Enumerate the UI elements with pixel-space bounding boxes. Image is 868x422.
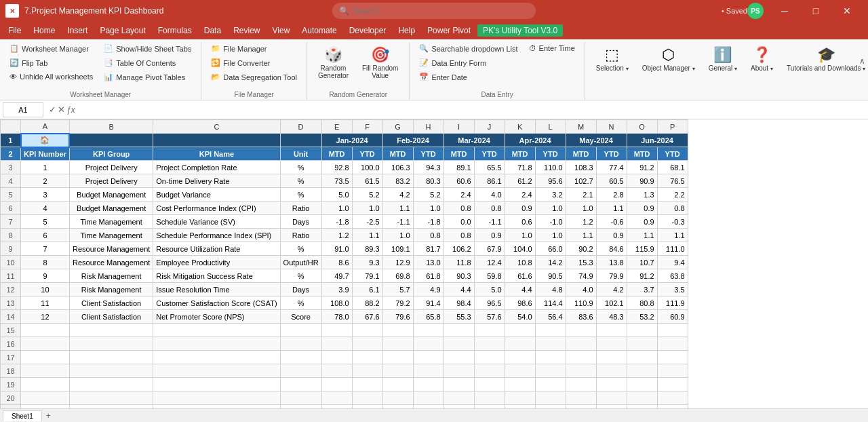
cell-p4[interactable]: 76.5 [657, 174, 688, 188]
cell-p2[interactable]: YTD [657, 147, 688, 161]
col-h[interactable]: H [413, 120, 443, 134]
cell-l9[interactable]: 66.0 [535, 242, 566, 256]
col-k[interactable]: K [505, 120, 535, 134]
cell-i3[interactable]: 89.1 [443, 161, 474, 174]
cell-f12[interactable]: 6.1 [352, 283, 382, 296]
fx-icon[interactable]: ƒx [66, 105, 75, 115]
cell-g8[interactable]: 1.0 [382, 229, 413, 242]
cell-k13[interactable]: 98.6 [505, 296, 535, 310]
cell-a2[interactable]: KPI Number [21, 147, 70, 161]
table-of-contents-btn[interactable]: 📑 Table Of Contents [100, 56, 195, 69]
cell-j13[interactable]: 96.5 [474, 296, 505, 310]
cell-k5[interactable]: 2.4 [505, 188, 535, 202]
cell-mar[interactable]: Mar-2024 [443, 134, 505, 147]
cell-o10[interactable]: 10.7 [627, 256, 657, 269]
cell-f3[interactable]: 100.0 [352, 161, 382, 174]
cell-p12[interactable]: 3.5 [657, 283, 688, 296]
cell-h10[interactable]: 13.0 [413, 256, 443, 269]
menu-review[interactable]: Review [228, 24, 265, 37]
cell-j2[interactable]: YTD [474, 147, 505, 161]
cell-l10[interactable]: 14.2 [535, 256, 566, 269]
cell-o6[interactable]: 0.9 [627, 202, 657, 215]
cell-d9[interactable]: % [280, 242, 321, 256]
sheet-tab-1[interactable]: Sheet1 [3, 410, 42, 421]
cell-e12[interactable]: 3.9 [321, 283, 352, 296]
cell-d8[interactable]: Ratio [280, 229, 321, 242]
cell-l5[interactable]: 3.2 [535, 188, 566, 202]
manage-pivot-btn[interactable]: 📊 Manage Pivot Tables [100, 71, 195, 83]
cell-i10[interactable]: 11.8 [443, 256, 474, 269]
cell-c5[interactable]: Budget Variance [153, 188, 280, 202]
cell-b12[interactable]: Risk Management [69, 283, 153, 296]
searchable-dropdown-btn[interactable]: 🔍 Searchable dropdown List [415, 42, 521, 55]
cell-o7[interactable]: 0.9 [627, 215, 657, 229]
cell-i4[interactable]: 60.6 [443, 174, 474, 188]
cell-a5[interactable]: 3 [21, 188, 70, 202]
cell-m4[interactable]: 102.7 [566, 174, 596, 188]
menu-power-pivot[interactable]: Power Pivot [422, 24, 476, 37]
cell-b1[interactable] [69, 134, 153, 147]
worksheet-manager-btn[interactable]: 📋 Worksheet Manager [5, 42, 97, 55]
cell-a4[interactable]: 2 [21, 174, 70, 188]
cell-l7[interactable]: -1.0 [535, 215, 566, 229]
cell-jun[interactable]: Jun-2024 [627, 134, 688, 147]
cell-i14[interactable]: 55.3 [443, 310, 474, 324]
cell-f11[interactable]: 79.1 [352, 269, 382, 283]
cell-o4[interactable]: 90.9 [627, 174, 657, 188]
cell-e5[interactable]: 5.0 [321, 188, 352, 202]
cell-i6[interactable]: 0.8 [443, 202, 474, 215]
menu-pk-tool[interactable]: PK's Utility Tool V3.0 [477, 24, 563, 37]
cell-l11[interactable]: 90.5 [535, 269, 566, 283]
cell-c2[interactable]: KPI Name [153, 147, 280, 161]
about-btn[interactable]: ❓ About ▾ [745, 42, 778, 76]
cell-a6[interactable]: 4 [21, 202, 70, 215]
cell-m11[interactable]: 74.9 [566, 269, 596, 283]
cell-feb[interactable]: Feb-2024 [382, 134, 443, 147]
cell-j3[interactable]: 65.5 [474, 161, 505, 174]
cell-j14[interactable]: 57.6 [474, 310, 505, 324]
cell-m8[interactable]: 1.1 [566, 229, 596, 242]
col-f[interactable]: F [352, 120, 382, 134]
cell-j4[interactable]: 86.1 [474, 174, 505, 188]
menu-developer[interactable]: Developer [344, 24, 392, 37]
cell-h11[interactable]: 61.8 [413, 269, 443, 283]
cell-j12[interactable]: 5.0 [474, 283, 505, 296]
cell-c8[interactable]: Schedule Performance Index (SPI) [153, 229, 280, 242]
cell-a10[interactable]: 8 [21, 256, 70, 269]
col-i[interactable]: I [443, 120, 474, 134]
col-e[interactable]: E [321, 120, 352, 134]
col-j[interactable]: J [474, 120, 505, 134]
cell-c6[interactable]: Cost Performance Index (CPI) [153, 202, 280, 215]
cell-n5[interactable]: 2.8 [596, 188, 627, 202]
col-d[interactable]: D [280, 120, 321, 134]
enter-time-btn[interactable]: ⏱ Enter Time [525, 42, 579, 54]
cell-m14[interactable]: 83.6 [566, 310, 596, 324]
cell-j6[interactable]: 0.8 [474, 202, 505, 215]
cell-j7[interactable]: -1.1 [474, 215, 505, 229]
cell-p7[interactable]: -0.3 [657, 215, 688, 229]
cell-d6[interactable]: Ratio [280, 202, 321, 215]
cell-p14[interactable]: 60.9 [657, 310, 688, 324]
checkmark-icon[interactable]: ✓ [49, 104, 56, 115]
cell-l2[interactable]: YTD [535, 147, 566, 161]
menu-file[interactable]: File [3, 24, 26, 37]
cell-f14[interactable]: 67.6 [352, 310, 382, 324]
col-m[interactable]: M [566, 120, 596, 134]
cell-k14[interactable]: 54.0 [505, 310, 535, 324]
cell-c11[interactable]: Risk Mitigation Success Rate [153, 269, 280, 283]
cell-a11[interactable]: 9 [21, 269, 70, 283]
cell-i2[interactable]: MTD [443, 147, 474, 161]
cell-p9[interactable]: 111.0 [657, 242, 688, 256]
cell-d12[interactable]: Days [280, 283, 321, 296]
cell-n8[interactable]: 0.9 [596, 229, 627, 242]
cell-o14[interactable]: 53.2 [627, 310, 657, 324]
cell-k8[interactable]: 1.0 [505, 229, 535, 242]
cell-a3[interactable]: 1 [21, 161, 70, 174]
cell-b6[interactable]: Budget Management [69, 202, 153, 215]
cell-d4[interactable]: % [280, 174, 321, 188]
cell-n13[interactable]: 102.1 [596, 296, 627, 310]
minimize-button[interactable]: ─ [769, 0, 800, 22]
cell-i9[interactable]: 106.2 [443, 242, 474, 256]
cell-n6[interactable]: 1.1 [596, 202, 627, 215]
cell-o5[interactable]: 1.3 [627, 188, 657, 202]
